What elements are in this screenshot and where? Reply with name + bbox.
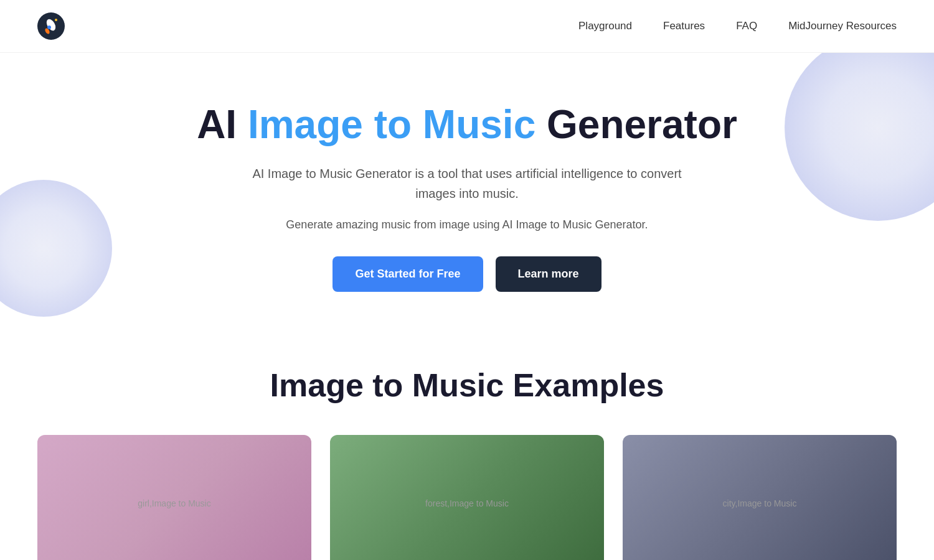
- get-started-button[interactable]: Get Started for Free: [333, 256, 483, 292]
- example-card-girl[interactable]: girl,Image to Music: [37, 435, 311, 560]
- hero-section: AI Image to Music Generator AI Image to …: [0, 53, 934, 329]
- nav-midjourney[interactable]: MidJourney Resources: [788, 20, 897, 32]
- logo-icon: [37, 12, 65, 40]
- example-image-city-label: city,Image to Music: [723, 498, 797, 508]
- hero-buttons: Get Started for Free Learn more: [37, 256, 897, 292]
- example-image-forest-label: forest,Image to Music: [425, 498, 509, 508]
- hero-title-suffix: Generator: [535, 102, 737, 147]
- svg-point-4: [55, 19, 57, 21]
- hero-title-highlight: Image to Music: [248, 102, 535, 147]
- example-image-girl: girl,Image to Music: [37, 435, 311, 560]
- example-image-girl-label: girl,Image to Music: [138, 498, 210, 508]
- svg-point-2: [47, 26, 51, 29]
- examples-title: Image to Music Examples: [37, 366, 897, 404]
- hero-title-prefix: AI: [197, 102, 248, 147]
- learn-more-button[interactable]: Learn more: [496, 256, 601, 292]
- hero-title: AI Image to Music Generator: [37, 103, 897, 146]
- hero-tagline: Generate amazing music from image using …: [37, 218, 897, 231]
- logo[interactable]: [37, 12, 65, 40]
- example-card-forest[interactable]: forest,Image to Music: [330, 435, 604, 560]
- example-image-forest: forest,Image to Music: [330, 435, 604, 560]
- examples-section: Image to Music Examples girl,Image to Mu…: [0, 329, 934, 560]
- nav-features[interactable]: Features: [663, 20, 705, 32]
- decorative-blob-bottom-left: [0, 180, 112, 317]
- navbar-links: Playground Features FAQ MidJourney Resou…: [578, 20, 897, 32]
- example-card-city[interactable]: city,Image to Music: [623, 435, 897, 560]
- examples-grid: girl,Image to Music forest,Image to Musi…: [37, 435, 897, 560]
- navbar: Playground Features FAQ MidJourney Resou…: [0, 0, 934, 53]
- nav-faq[interactable]: FAQ: [736, 20, 757, 32]
- example-image-city: city,Image to Music: [623, 435, 897, 560]
- nav-playground[interactable]: Playground: [578, 20, 632, 32]
- hero-subtitle: AI Image to Music Generator is a tool th…: [249, 164, 685, 203]
